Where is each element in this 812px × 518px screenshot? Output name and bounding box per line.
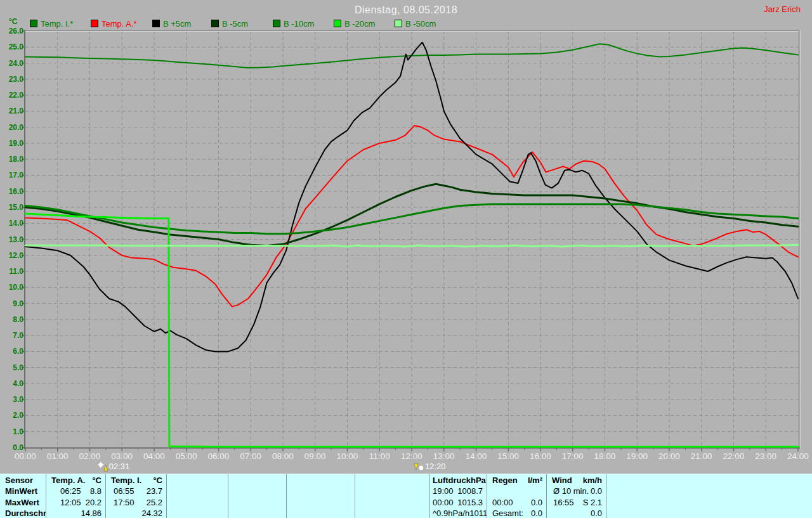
y-tick-label: 7.0 [13, 331, 23, 340]
cell-value [426, 497, 429, 508]
cell-value [808, 486, 812, 496]
y-tick-label: 14.0 [9, 219, 24, 228]
cell-value: 16:55 [547, 497, 574, 508]
cell-value: 06:25 [46, 486, 81, 496]
x-tick-label: 21:00 [691, 451, 712, 461]
cell-value [167, 497, 172, 508]
table-col-regen: Regenl/m²00:000.0Gesamt:0.0 [487, 474, 547, 518]
table-col-temp-i: Temp. I.°C06:5523.717:5025.224.32 [106, 474, 167, 518]
x-tick-label: 18:00 [594, 451, 616, 461]
x-tick-label: 08:00 [272, 451, 294, 461]
cell-value [355, 486, 360, 496]
column-header: Temp. A. [46, 475, 85, 486]
y-tick-label: 9.0 [13, 299, 23, 308]
x-tick-label: 22:00 [723, 451, 745, 461]
cell-value: 19:00 [430, 486, 454, 496]
x-tick-label: 10:00 [337, 451, 358, 461]
cell-value [808, 497, 812, 508]
column-header [167, 475, 172, 486]
cell-value: ^0.9hPa/h [430, 508, 469, 518]
row-label: Sensor [0, 475, 33, 486]
table-col-empty-5 [606, 474, 812, 518]
cell-value [351, 508, 355, 518]
cell-value: 1015.3 [457, 497, 487, 508]
cell-value: 0.0 [591, 486, 606, 496]
x-tick-label: 20:00 [658, 451, 680, 461]
table-col-temp-a: Temp. A.°C06:258.812:0520.214.86 [46, 474, 106, 518]
y-tick-label: 3.0 [13, 395, 23, 404]
cell-value [606, 497, 612, 508]
cell-value [228, 497, 233, 508]
y-tick-label: 16.0 [9, 187, 24, 196]
y-tick-label: 10.0 [9, 283, 24, 292]
cell-value [228, 486, 233, 496]
x-tick-label: 24:00 [787, 451, 809, 461]
cell-value: S 2.1 [583, 497, 606, 508]
column-unit-header: l/m² [528, 475, 546, 486]
cell-value [287, 486, 292, 496]
cell-value [351, 497, 355, 508]
y-tick-label: 18.0 [9, 155, 24, 164]
cell-value: 23.7 [147, 486, 166, 496]
y-tick-label: 22.0 [9, 91, 24, 100]
x-tick-label: 00:00 [15, 451, 36, 461]
y-tick-label: 20.0 [9, 123, 24, 132]
sensor-summary-table: SensorMinWertMaxWertDurchschnittTemp. A.… [0, 474, 812, 518]
y-tick-label: 1.0 [13, 427, 23, 436]
cell-value [106, 508, 114, 518]
cell-value [808, 508, 812, 518]
y-tick-label: 17.0 [9, 171, 24, 179]
column-unit-header [426, 475, 429, 486]
x-tick-label: 13:00 [433, 451, 455, 461]
cell-value: 17:50 [106, 497, 134, 508]
y-tick-label: 13.0 [9, 235, 24, 244]
cell-value: 25.2 [147, 497, 166, 508]
cell-value [282, 486, 286, 496]
row-label: Durchschnitt [0, 508, 46, 518]
x-tick-label: 19:00 [626, 451, 648, 461]
sun-icon [99, 463, 103, 467]
cell-value: 14.86 [81, 508, 105, 518]
y-tick-label: 19.0 [9, 139, 24, 148]
y-tick-label: 2.0 [13, 411, 23, 420]
cell-value: 00:00 [487, 497, 513, 508]
cell-value [282, 497, 286, 508]
column-unit-header: °C [153, 475, 166, 486]
table-col-luftdruck: LuftdruckhPa19:001008.700:001015.3^0.9hP… [430, 474, 487, 518]
row-label: MaxWert [0, 497, 39, 508]
rise-arrow-icon [104, 465, 108, 471]
cell-value: 1011.4 [469, 508, 487, 518]
cell-value [287, 508, 292, 518]
table-col-row-labels: SensorMinWertMaxWertDurchschnitt [0, 474, 46, 518]
cell-value [228, 508, 233, 518]
column-header: Luftdruck [430, 475, 471, 486]
x-tick-label: 14:00 [466, 451, 487, 461]
cell-value: 8.8 [90, 486, 105, 496]
column-header: Wind [547, 475, 572, 486]
cell-value [355, 508, 360, 518]
cell-value [282, 508, 286, 518]
cell-value [167, 508, 172, 518]
x-tick-label: 12:00 [401, 451, 422, 461]
cell-value: 0.0 [531, 497, 546, 508]
x-tick-label: 03:00 [111, 451, 133, 461]
cell-value [224, 486, 228, 496]
marker-time-label: 02:31 [109, 462, 130, 471]
x-tick-label: 15:00 [497, 451, 519, 461]
y-tick-label: 4.0 [13, 379, 23, 388]
table-col-empty-1 [167, 474, 228, 518]
x-tick-label: 07:00 [240, 451, 261, 461]
cell-value: 20.2 [86, 497, 105, 508]
x-tick-label: 09:00 [304, 451, 326, 461]
cell-value [351, 486, 355, 496]
table-col-empty-4 [355, 474, 430, 518]
y-tick-label: 24.0 [9, 59, 24, 68]
column-header: Regen [487, 475, 518, 486]
marker-time-label: 12:20 [425, 462, 446, 471]
temperature-chart[interactable]: 0.01.02.03.04.05.06.07.08.09.010.011.012… [0, 0, 812, 474]
column-unit-header: km/h [583, 475, 606, 486]
cell-value: Ø 10 min. [547, 486, 589, 496]
cell-value [224, 497, 228, 508]
cell-value [606, 508, 612, 518]
cell-value: 24.32 [141, 508, 166, 518]
